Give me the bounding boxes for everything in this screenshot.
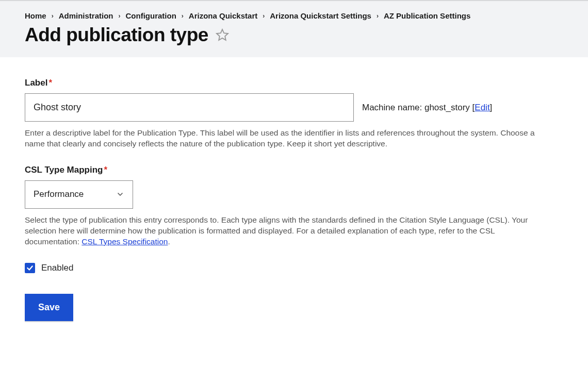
form-item-label: Label* Machine name: ghost_story [Edit] … xyxy=(25,78,537,149)
label-input[interactable] xyxy=(25,93,354,122)
breadcrumb-separator: › xyxy=(182,12,184,20)
breadcrumb-item-arizona-quickstart-settings[interactable]: Arizona Quickstart Settings xyxy=(270,11,371,20)
form-main: Label* Machine name: ghost_story [Edit] … xyxy=(0,57,562,342)
label-input-row: Machine name: ghost_story [Edit] xyxy=(25,93,537,122)
machine-name-bracket: ] xyxy=(490,103,493,112)
enabled-label: Enabled xyxy=(41,263,73,273)
label-field-label: Label* xyxy=(25,78,537,88)
required-marker: * xyxy=(48,78,52,88)
csl-types-spec-link[interactable]: CSL Types Specification xyxy=(81,237,168,246)
svg-marker-0 xyxy=(217,29,228,40)
machine-name-display: Machine name: ghost_story [Edit] xyxy=(362,103,492,113)
label-text: CSL Type Mapping xyxy=(25,165,103,175)
chevron-down-icon xyxy=(116,190,124,198)
breadcrumb-separator: › xyxy=(119,12,121,20)
enabled-checkbox[interactable] xyxy=(25,263,35,273)
page-title-row: Add publication type xyxy=(25,24,563,46)
machine-name-value: ghost_story xyxy=(424,103,470,112)
page-header-region: Home › Administration › Configuration › … xyxy=(0,0,588,57)
csl-type-select[interactable]: Performance xyxy=(25,180,133,209)
breadcrumb-item-arizona-quickstart[interactable]: Arizona Quickstart xyxy=(189,11,257,20)
csl-type-selected-value: Performance xyxy=(34,189,84,199)
required-marker: * xyxy=(104,165,107,175)
csl-description-post: . xyxy=(168,237,170,246)
machine-name-prefix: Machine name: xyxy=(362,103,424,112)
csl-field-label: CSL Type Mapping* xyxy=(25,165,537,175)
breadcrumb-separator: › xyxy=(263,12,265,20)
label-text: Label xyxy=(25,78,47,88)
machine-name-edit-link[interactable]: Edit xyxy=(475,103,489,112)
breadcrumb-item-az-publication-settings[interactable]: AZ Publication Settings xyxy=(384,11,470,20)
breadcrumb-item-administration[interactable]: Administration xyxy=(59,11,113,20)
breadcrumb: Home › Administration › Configuration › … xyxy=(25,11,563,20)
breadcrumb-item-home[interactable]: Home xyxy=(25,11,46,20)
breadcrumb-separator: › xyxy=(377,12,379,20)
breadcrumb-separator: › xyxy=(52,12,54,20)
page-title: Add publication type xyxy=(25,24,208,46)
label-description: Enter a descriptive label for the Public… xyxy=(25,128,537,149)
form-item-csl-type: CSL Type Mapping* Performance Select the… xyxy=(25,165,537,247)
save-button[interactable]: Save xyxy=(25,294,73,321)
star-icon[interactable] xyxy=(216,28,229,42)
enabled-checkbox-row: Enabled xyxy=(25,263,537,273)
breadcrumb-item-configuration[interactable]: Configuration xyxy=(126,11,176,20)
csl-description: Select the type of publication this entr… xyxy=(25,215,537,247)
